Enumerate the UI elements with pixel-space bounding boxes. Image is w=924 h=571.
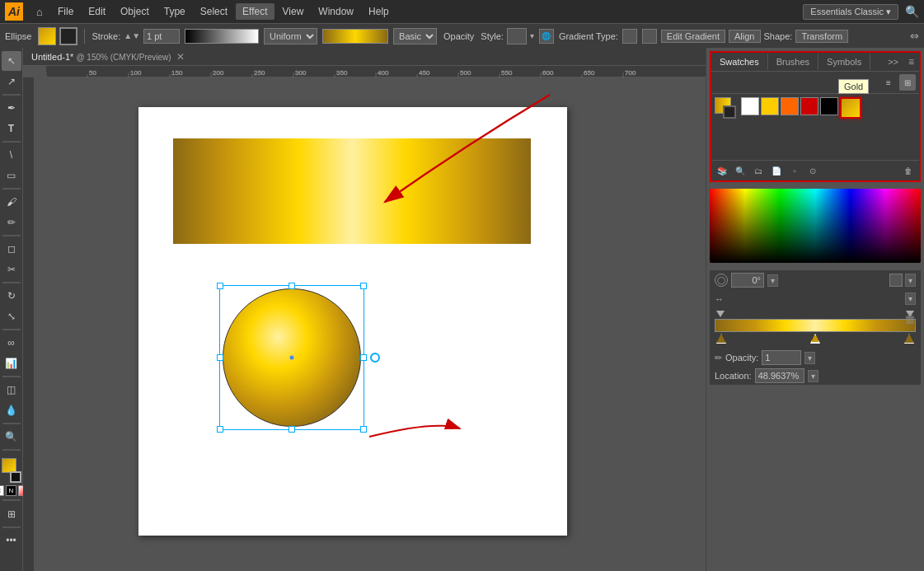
workspace-selector[interactable]: Essentials Classic ▾ bbox=[803, 4, 898, 20]
gold-rectangle[interactable] bbox=[173, 138, 531, 244]
panel-more-button[interactable]: >> bbox=[883, 54, 903, 70]
handle-mr[interactable] bbox=[360, 354, 367, 361]
more-tools[interactable]: ••• bbox=[2, 531, 21, 550]
new-color-group2-button[interactable]: ▫ bbox=[787, 163, 802, 178]
stroke-swatch[interactable] bbox=[59, 27, 77, 45]
tab-brushes[interactable]: Brushes bbox=[768, 54, 818, 70]
white-swatch[interactable] bbox=[741, 97, 759, 115]
document-tab[interactable]: Untitled-1* @ 150% (CMYK/Preview) bbox=[31, 52, 171, 62]
grid-view-button[interactable]: ⊞ bbox=[899, 74, 916, 91]
gradient-tool[interactable]: ◫ bbox=[2, 380, 21, 400]
angle-dropdown[interactable]: ▾ bbox=[767, 274, 778, 287]
red-swatch[interactable] bbox=[800, 97, 818, 115]
artboard[interactable] bbox=[138, 107, 567, 536]
list-view-button[interactable]: ≡ bbox=[880, 74, 897, 91]
show-find-field-button[interactable]: 🔍 bbox=[733, 163, 748, 178]
menu-select[interactable]: Select bbox=[194, 3, 234, 20]
artboard-tool[interactable]: ⊞ bbox=[2, 504, 21, 524]
stroke-input[interactable] bbox=[143, 29, 180, 44]
handle-bl[interactable] bbox=[217, 426, 223, 433]
menu-help[interactable]: Help bbox=[362, 3, 396, 20]
column-graph-tool[interactable]: 📊 bbox=[2, 353, 21, 373]
opacity-value-input[interactable] bbox=[762, 350, 801, 365]
menu-edit[interactable]: Edit bbox=[82, 3, 112, 20]
edit-gradient-button[interactable]: Edit Gradient bbox=[661, 30, 725, 43]
location-input[interactable] bbox=[755, 368, 804, 383]
gold-ellipse-container[interactable] bbox=[223, 288, 361, 427]
gradient-line-preview[interactable] bbox=[185, 29, 259, 44]
selection-tool[interactable]: ↖ bbox=[2, 51, 21, 71]
stroke-arrows[interactable]: ▲▼ bbox=[124, 31, 140, 40]
stroke-color-swatch[interactable] bbox=[10, 471, 21, 483]
gradient-type-linear[interactable] bbox=[622, 29, 637, 44]
align-button[interactable]: Align bbox=[729, 30, 760, 43]
style-swatch[interactable] bbox=[507, 28, 527, 44]
expand-button[interactable]: ⇔ bbox=[910, 30, 919, 42]
handle-tl[interactable] bbox=[217, 283, 223, 289]
swatch-library-button[interactable]: 📚 bbox=[715, 163, 729, 178]
black-swatch[interactable] bbox=[820, 97, 838, 115]
color-stop-mid[interactable] bbox=[810, 334, 820, 344]
angle-input[interactable] bbox=[731, 273, 764, 288]
rect-tool[interactable]: ▭ bbox=[2, 166, 21, 185]
blend-tool[interactable]: ∞ bbox=[2, 333, 21, 353]
menu-file[interactable]: File bbox=[51, 3, 80, 20]
color-stop-left[interactable] bbox=[716, 334, 726, 344]
delete-swatch-button[interactable]: 🗑 bbox=[901, 163, 916, 178]
handle-br[interactable] bbox=[360, 426, 367, 433]
gradient-end-handle[interactable] bbox=[370, 353, 380, 363]
gradient-opt1[interactable] bbox=[889, 274, 903, 287]
color-mode-none[interactable]: N bbox=[6, 485, 16, 496]
swatch-options-button[interactable]: ⊙ bbox=[805, 163, 820, 178]
gradient-fill-preview[interactable] bbox=[322, 29, 388, 44]
direct-selection-tool[interactable]: ↗ bbox=[2, 72, 21, 91]
location-dropdown[interactable]: ▾ bbox=[808, 370, 818, 382]
gold-swatch-selected[interactable]: Gold bbox=[840, 97, 861, 119]
opacity-dropdown[interactable]: ▾ bbox=[804, 352, 815, 364]
yellow-swatch[interactable] bbox=[761, 97, 779, 115]
basic-select[interactable]: Basic bbox=[393, 28, 437, 44]
color-stop-right[interactable] bbox=[904, 334, 914, 344]
delete-stop-button[interactable]: 🗑 bbox=[904, 312, 916, 325]
color-picker-panel[interactable] bbox=[710, 189, 921, 263]
eraser-tool[interactable]: ◻ bbox=[2, 239, 21, 259]
type-tool[interactable]: T bbox=[2, 119, 21, 138]
style-dropdown[interactable]: ▾ bbox=[530, 31, 534, 40]
orange-swatch[interactable] bbox=[781, 97, 799, 115]
color-mode-color[interactable]: C bbox=[0, 485, 4, 496]
gradient-type-radial[interactable] bbox=[642, 29, 657, 44]
zoom-tool[interactable]: 🔍 bbox=[2, 427, 21, 447]
menu-object[interactable]: Object bbox=[114, 3, 156, 20]
angle-selector[interactable]: ◯ bbox=[715, 274, 728, 287]
line-tool[interactable]: \ bbox=[2, 145, 21, 165]
home-button[interactable]: ⌂ bbox=[30, 2, 49, 21]
tab-swatches[interactable]: Swatches bbox=[711, 54, 768, 70]
new-swatch-button[interactable]: 📄 bbox=[769, 163, 784, 178]
new-color-group-button[interactable]: 🗂 bbox=[751, 163, 766, 178]
uniform-select[interactable]: Uniform bbox=[264, 28, 317, 44]
eyedropper-tool[interactable]: 💧 bbox=[2, 400, 21, 420]
canvas-area[interactable]: 50 100 150 200 250 300 350 bbox=[23, 66, 706, 571]
panel-menu-button[interactable]: ≡ bbox=[903, 53, 919, 71]
gold-gradient-swatch[interactable] bbox=[715, 97, 736, 119]
opacity-handle-left[interactable] bbox=[716, 311, 725, 317]
handle-bm[interactable] bbox=[288, 426, 295, 433]
gradient-opt-dropdown[interactable]: ▾ bbox=[905, 274, 916, 287]
pen-tool[interactable]: ✒ bbox=[2, 98, 21, 118]
transform-button[interactable]: Transform bbox=[795, 30, 848, 43]
menu-effect[interactable]: Effect bbox=[236, 3, 274, 20]
gradient-bar[interactable] bbox=[715, 319, 916, 332]
search-button[interactable]: 🔍 bbox=[905, 5, 919, 18]
fill-swatch[interactable] bbox=[38, 27, 56, 45]
close-document-button[interactable]: ✕ bbox=[176, 51, 185, 63]
reverse-gradient-button[interactable]: ↔ bbox=[715, 294, 724, 304]
menu-view[interactable]: View bbox=[276, 3, 311, 20]
scissors-tool[interactable]: ✂ bbox=[2, 260, 21, 279]
rotate-tool[interactable]: ↻ bbox=[2, 286, 21, 306]
scale-tool[interactable]: ⤡ bbox=[2, 307, 21, 326]
menu-window[interactable]: Window bbox=[312, 3, 360, 20]
paintbrush-tool[interactable]: 🖌 bbox=[2, 192, 21, 212]
gradient-opt2-dropdown[interactable]: ▾ bbox=[905, 293, 916, 305]
tab-symbols[interactable]: Symbols bbox=[818, 54, 870, 70]
menu-type[interactable]: Type bbox=[157, 3, 192, 20]
